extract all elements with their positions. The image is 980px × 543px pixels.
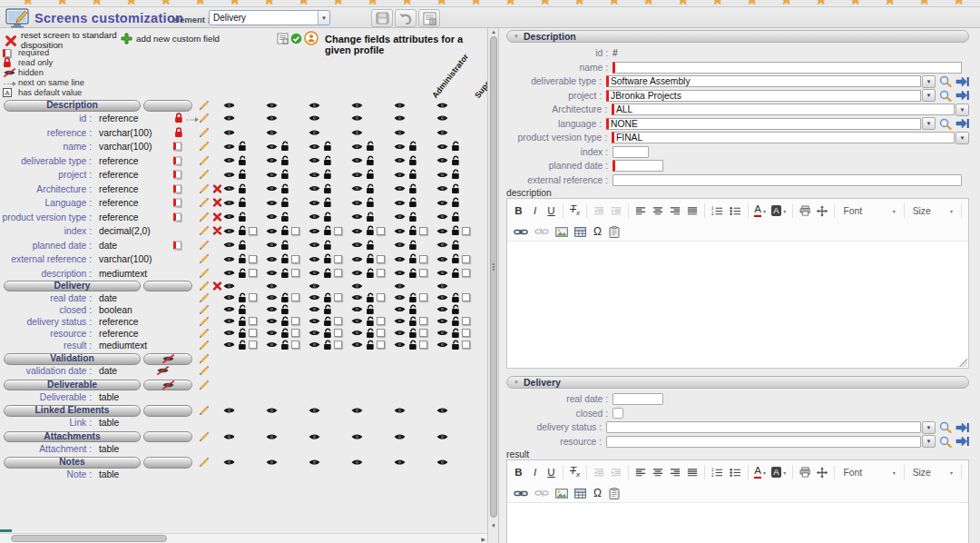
required-toggle-checkbox[interactable] — [291, 329, 299, 337]
chevron-down-icon[interactable]: ▼ — [922, 89, 936, 102]
name-field[interactable] — [612, 62, 962, 74]
align-right-button[interactable] — [667, 202, 683, 219]
visible-eye-icon[interactable] — [223, 114, 235, 123]
unlocked-icon[interactable] — [238, 155, 247, 166]
visible-eye-icon[interactable] — [436, 329, 448, 337]
unlocked-icon[interactable] — [280, 268, 289, 279]
visible-eye-icon[interactable] — [436, 156, 448, 164]
unlocked-icon[interactable] — [408, 304, 417, 315]
table-button[interactable] — [572, 223, 589, 240]
visible-eye-icon[interactable] — [309, 329, 320, 337]
numbered-list-button[interactable]: 12 — [709, 202, 726, 219]
visible-eye-icon[interactable] — [436, 432, 448, 440]
required-toggle-checkbox[interactable] — [334, 227, 342, 235]
visible-eye-icon[interactable] — [223, 341, 235, 349]
edit-pencil-icon[interactable] — [199, 183, 210, 194]
visible-eye-icon[interactable] — [351, 171, 363, 179]
unlocked-icon[interactable] — [451, 292, 460, 303]
visible-eye-icon[interactable] — [309, 114, 320, 123]
visible-eye-icon[interactable] — [266, 329, 278, 337]
required-checkbox[interactable] — [173, 143, 181, 151]
visible-eye-icon[interactable] — [309, 143, 320, 151]
unlocked-icon[interactable] — [280, 169, 289, 180]
unlocked-icon[interactable] — [366, 340, 375, 350]
visible-eye-icon[interactable] — [351, 407, 363, 415]
unlocked-icon[interactable] — [280, 240, 289, 251]
magnifier-icon[interactable] — [939, 436, 952, 448]
planned-date-field[interactable] — [612, 160, 663, 172]
visible-eye-icon[interactable] — [394, 184, 406, 193]
unlocked-icon[interactable] — [280, 328, 289, 339]
visible-eye-icon[interactable] — [266, 227, 278, 235]
save-button[interactable] — [371, 9, 393, 27]
visible-eye-icon[interactable] — [394, 341, 406, 349]
underline-button[interactable]: U — [544, 202, 559, 219]
unlocked-icon[interactable] — [366, 212, 375, 222]
visible-eye-icon[interactable] — [436, 241, 448, 249]
print-button[interactable] — [797, 202, 814, 219]
delete-icon[interactable] — [212, 212, 222, 222]
unlocked-icon[interactable] — [238, 225, 247, 236]
project-select[interactable] — [606, 90, 921, 102]
bold-button[interactable]: B — [511, 202, 526, 219]
visible-eye-icon[interactable] — [266, 102, 278, 110]
section-header[interactable]: Deliverable — [4, 380, 141, 391]
unlocked-icon[interactable] — [323, 240, 332, 251]
edit-pencil-icon[interactable] — [199, 353, 210, 364]
visible-eye-icon[interactable] — [223, 212, 235, 221]
visible-eye-icon[interactable] — [223, 199, 235, 207]
required-toggle-checkbox[interactable] — [334, 255, 342, 263]
size-select[interactable]: Size▾ — [908, 464, 957, 480]
print-button[interactable] — [797, 464, 814, 480]
unlocked-icon[interactable] — [366, 225, 375, 236]
align-left-button[interactable] — [632, 202, 649, 219]
required-toggle-checkbox[interactable] — [377, 269, 385, 277]
language-select[interactable] — [606, 118, 921, 130]
unlocked-icon[interactable] — [451, 183, 460, 194]
jump-to-icon[interactable] — [956, 90, 969, 101]
image-button[interactable] — [553, 223, 571, 240]
magnifier-icon[interactable] — [939, 75, 952, 87]
underline-button[interactable]: U — [544, 464, 559, 480]
edit-pencil-icon[interactable] — [199, 197, 210, 208]
maximize-button[interactable] — [814, 202, 830, 219]
unlocked-icon[interactable] — [408, 340, 417, 350]
required-toggle-checkbox[interactable] — [291, 293, 299, 301]
required-toggle-checkbox[interactable] — [377, 317, 385, 325]
jump-to-icon[interactable] — [956, 118, 969, 129]
visible-eye-icon[interactable] — [351, 341, 363, 349]
unlocked-icon[interactable] — [451, 225, 460, 236]
visible-eye-icon[interactable] — [309, 255, 320, 263]
jump-to-icon[interactable] — [956, 76, 969, 87]
visible-eye-icon[interactable] — [394, 171, 406, 179]
required-toggle-checkbox[interactable] — [419, 329, 427, 337]
add-custom-field-button[interactable]: add new custom field — [121, 33, 220, 44]
visible-eye-icon[interactable] — [266, 171, 278, 179]
visible-eye-icon[interactable] — [266, 341, 278, 349]
visible-eye-icon[interactable] — [351, 281, 363, 290]
visible-eye-icon[interactable] — [351, 329, 363, 337]
required-toggle-checkbox[interactable] — [419, 317, 427, 325]
visible-eye-icon[interactable] — [223, 407, 235, 415]
text-color-button[interactable]: A▾ — [752, 464, 769, 480]
unlocked-icon[interactable] — [366, 292, 375, 303]
unlocked-icon[interactable] — [238, 328, 247, 339]
required-toggle-checkbox[interactable] — [249, 317, 257, 325]
unlocked-icon[interactable] — [366, 141, 375, 152]
unlocked-icon[interactable] — [323, 328, 332, 339]
visible-eye-icon[interactable] — [394, 317, 406, 325]
deliverable-type-select[interactable] — [606, 75, 921, 87]
unlocked-icon[interactable] — [280, 316, 289, 327]
unlocked-icon[interactable] — [238, 253, 247, 264]
visible-eye-icon[interactable] — [436, 114, 448, 123]
visible-eye-icon[interactable] — [223, 143, 235, 151]
unlocked-icon[interactable] — [366, 169, 375, 180]
visible-eye-icon[interactable] — [266, 269, 278, 277]
visible-eye-icon[interactable] — [351, 156, 363, 164]
bulleted-list-button[interactable] — [727, 464, 744, 480]
edit-pencil-icon[interactable] — [199, 380, 210, 390]
chevron-down-icon[interactable]: ▼ — [922, 75, 936, 88]
visible-eye-icon[interactable] — [266, 407, 278, 415]
required-toggle-checkbox[interactable] — [377, 341, 385, 349]
visible-eye-icon[interactable] — [266, 143, 278, 151]
